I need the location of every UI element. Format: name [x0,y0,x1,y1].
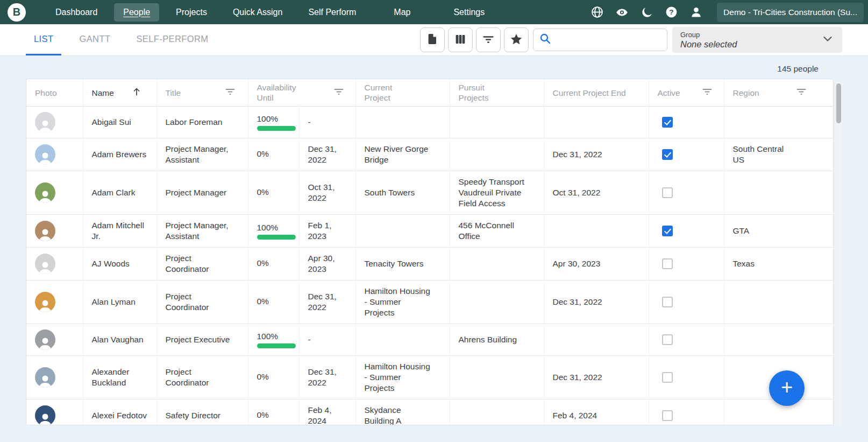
table-row[interactable]: Abigail Sui Labor Foreman 100% - [26,107,834,138]
column-header-name[interactable]: Name [83,79,156,107]
nav-item-projects[interactable]: Projects [167,3,216,22]
globe-icon[interactable] [591,6,603,18]
nav-right: ? Demo - Tri-Cities Construction (Su... [591,3,864,22]
columns-button[interactable] [448,27,473,52]
column-header-active[interactable]: Active [649,79,724,107]
availability-percent: 0% [257,371,295,382]
active-checkbox[interactable] [662,334,673,345]
person-silhouette-icon [38,151,53,165]
sort-ascending-icon [132,87,141,99]
avatar [35,144,55,165]
person-title: Project Coordinator [166,367,209,387]
help-icon[interactable]: ? [665,6,678,18]
avatar [35,112,55,132]
tab-list[interactable]: LIST [26,24,61,55]
pursuit-project: Ahrens Building [459,334,525,345]
person-title: Project Manager [166,188,227,197]
column-header-label: Current Project [365,83,393,102]
active-checkbox[interactable] [662,149,673,160]
columns-icon [454,33,466,47]
nav-item-dashboard[interactable]: Dashboard [46,3,106,22]
table-row[interactable]: Adam Mitchell Jr. Project Manager, Assis… [26,215,834,248]
filter-icon[interactable] [702,88,712,98]
active-checkbox[interactable] [662,258,673,269]
avatar [35,183,55,203]
nav-item-self-perform[interactable]: Self Perform [299,3,365,22]
table-row[interactable]: Alexei Fedotov Safety Director 0% Feb 4,… [26,399,834,426]
svg-text:?: ? [669,8,673,16]
avatar [35,367,55,388]
avatar [35,292,55,312]
filter-button[interactable] [476,27,501,52]
vertical-scrollbar-thumb[interactable] [836,83,841,123]
column-header-current-project-end[interactable]: Current Project End [544,79,649,107]
availability-percent: 0% [257,410,295,420]
active-checkbox[interactable] [662,187,673,198]
moon-icon[interactable] [641,6,653,18]
favorites-button[interactable] [504,27,529,52]
eye-icon[interactable] [616,6,628,18]
current-project-end: Dec 31, 2022 [553,297,602,306]
pursuit-projects-cell [450,248,544,280]
table-row[interactable]: Alexander Buckland Project Coordinator 0… [26,356,834,399]
tab-self-perform[interactable]: SELF-PERFORM [128,24,216,55]
current-project-end: Dec 31, 2022 [553,373,602,382]
filter-icon[interactable] [334,88,344,98]
nav-item-settings[interactable]: Settings [444,3,494,22]
column-header-label: Active [658,88,680,98]
filter-icon[interactable] [796,88,806,98]
active-checkbox[interactable] [662,410,673,421]
active-checkbox[interactable] [662,372,673,383]
active-checkbox[interactable] [662,117,673,128]
group-dropdown[interactable]: Group None selected [672,27,842,53]
table-row[interactable]: Alan Lyman Project Coordinator 0% Dec 31… [26,280,834,324]
availability-percent: 100% [257,222,295,233]
table-row[interactable]: AJ Woods Project Coordinator 0% Apr 30, … [26,248,834,280]
filter-icon[interactable] [225,88,235,98]
person-icon[interactable] [690,6,702,18]
person-title: Project Manager, Assistant [166,144,229,164]
column-header-title[interactable]: Title [156,79,248,107]
tab-gantt[interactable]: GANTT [71,24,118,55]
nav-items: Dashboard People Projects Quick Assign S… [46,3,494,22]
top-nav: B Dashboard People Projects Quick Assign… [0,0,868,24]
column-header-label: Current Project End [553,88,626,97]
table-row[interactable]: Adam Clark Project Manager 0% Oct 31, 20… [26,171,834,215]
person-name: Alexander Buckland [92,367,130,387]
account-selector[interactable]: Demo - Tri-Cities Construction (Su... [717,3,864,22]
pursuit-project: Vaudreuil Private Field Access [459,187,525,209]
pursuit-projects-cell [450,138,544,171]
export-document-button[interactable] [420,27,445,52]
star-icon [510,33,523,47]
app-logo[interactable]: B [8,3,26,22]
region: South Central US [733,144,784,164]
current-project-end: Oct 31, 2022 [553,188,601,197]
column-header-current-project[interactable]: Current Project [355,79,450,107]
search-input[interactable] [556,36,663,45]
filter-icon [482,33,495,47]
nav-item-people[interactable]: People [114,3,159,22]
column-header-availability-until[interactable]: Availability Until [248,79,355,107]
current-project: New River Gorge Bridge [365,144,429,164]
active-checkbox[interactable] [662,226,673,236]
person-silhouette-icon [38,374,53,388]
person-name: Adam Clark [92,188,136,197]
nav-item-map[interactable]: Map [385,3,419,22]
person-name: Alan Vaughan [92,335,144,344]
column-header-label: Photo [35,88,57,97]
person-name: Alexei Fedotov [92,411,147,420]
vertical-scrollbar-track[interactable] [835,82,842,427]
table-row[interactable]: Alan Vaughan Project Executive 100% - Ah… [26,324,834,356]
active-checkbox[interactable] [662,297,673,307]
nav-item-quick-assign[interactable]: Quick Assign [224,3,291,22]
availability-until: Dec 31, 2022 [308,367,337,387]
availability-until: - [308,117,311,127]
add-person-button[interactable]: + [769,370,805,406]
region: Texas [733,259,755,268]
table-row[interactable]: Adam Brewers Project Manager, Assistant … [26,138,834,171]
column-header-pursuit-projects[interactable]: Pursuit Projects [450,79,544,107]
person-name: Adam Brewers [92,150,147,159]
document-icon [426,33,438,47]
column-header-region[interactable]: Region [724,79,834,107]
person-title: Project Coordinator [166,254,209,273]
